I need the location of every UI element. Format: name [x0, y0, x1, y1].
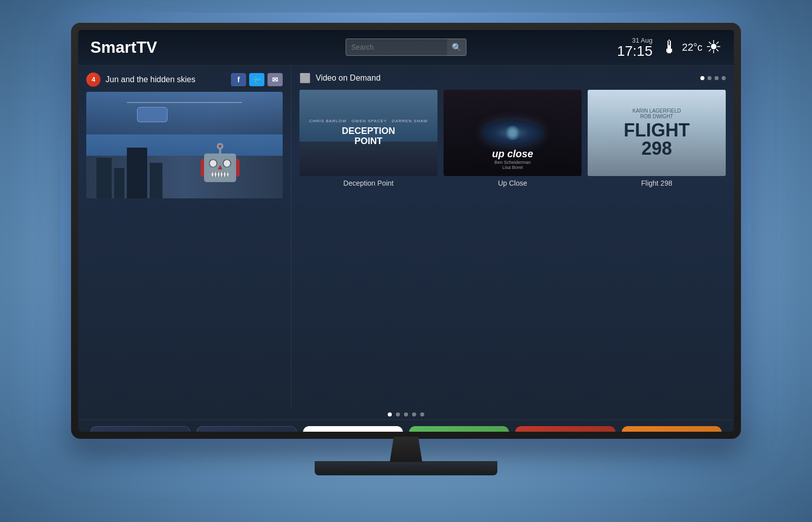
page-dot-4: [412, 412, 416, 416]
page-dot-2: [396, 412, 400, 416]
vod-item-deception-point[interactable]: CHRIS BARLOW GWEN SPACEY DARREN SHAW DEC…: [299, 90, 437, 187]
sun-icon: ☀: [705, 37, 722, 58]
apps-grid: App Gallery OnlineTV vimeo: [90, 426, 722, 432]
building-2: [114, 168, 124, 198]
show-title: Jun and the hidden skies: [106, 75, 195, 84]
vod-dot-3: [715, 76, 719, 80]
dp-label: Deception Point: [299, 179, 437, 187]
content-area: 4 Jun and the hidden skies f 🐦 ✉: [78, 65, 734, 409]
header-right: 31 Aug 17:15 🌡 22°c ☀: [511, 37, 722, 58]
uc-sub1: Ben Scheiderman: [494, 160, 531, 165]
facebook-button[interactable]: f: [231, 73, 246, 86]
date-time: 31 Aug 17:15: [617, 37, 653, 58]
page-dot-1: [388, 412, 392, 416]
temperature: 22°c: [682, 42, 702, 53]
vod-panel: ⬜ Video on Demand: [291, 65, 734, 409]
flight-title-text: FLIGHT298: [624, 121, 690, 158]
channel-badge: 4: [86, 73, 100, 87]
flight-authors: KARIN LAGERFIELDROB DWIGHT: [624, 108, 690, 119]
esporte-tile[interactable]: e+i esporteinterativo: [515, 426, 615, 432]
search-input[interactable]: [346, 39, 447, 56]
cable-wire: [127, 102, 242, 103]
date-display: 31 Aug: [617, 37, 653, 44]
social-icons: f 🐦 ✉: [231, 73, 283, 86]
search-button[interactable]: 🔍: [447, 39, 466, 56]
flight-overlay: KARIN LAGERFIELDROB DWIGHT FLIGHT298: [588, 90, 726, 176]
tv-base: [315, 461, 497, 475]
vod-title: Video on Demand: [316, 74, 381, 83]
vod-grid: CHRIS BARLOW GWEN SPACEY DARREN SHAW DEC…: [299, 90, 726, 187]
weather-icon: 🌡: [661, 37, 679, 58]
flight-label: Flight 298: [588, 179, 726, 187]
channel-title-bar: 4 Jun and the hidden skies f 🐦 ✉: [86, 73, 283, 87]
twitter-button[interactable]: 🐦: [249, 73, 264, 86]
vod-item-up-close[interactable]: up close Ben Scheiderman Lisa Boret Up C…: [444, 90, 582, 187]
ole-tile[interactable]: Olé: [409, 426, 509, 432]
deception-point-poster: CHRIS BARLOW GWEN SPACEY DARREN SHAW DEC…: [299, 90, 437, 176]
uc-sub2: Lisa Boret: [502, 165, 523, 170]
page-dot-5: [420, 412, 424, 416]
vod-dot-1: [700, 76, 704, 80]
tv-outer: SmartTV 🔍 31 Aug 17:15 🌡 22°c ☀: [61, 23, 751, 500]
video-preview[interactable]: 🤖: [86, 92, 283, 198]
tv-bezel: SmartTV 🔍 31 Aug 17:15 🌡 22°c ☀: [71, 23, 741, 439]
building-4: [150, 163, 162, 198]
vod-header: ⬜ Video on Demand: [299, 73, 726, 84]
uc-title: up close: [492, 148, 533, 160]
now-playing-panel: 4 Jun and the hidden skies f 🐦 ✉: [78, 65, 291, 409]
cable-car: [137, 107, 167, 122]
vod-icon: ⬜: [299, 73, 311, 84]
tv-neck: [386, 437, 426, 462]
apps-section: App Gallery OnlineTV vimeo: [78, 420, 734, 432]
building-1: [96, 158, 112, 198]
vod-pagination: [700, 76, 726, 80]
dp-text-overlay: CHRIS BARLOW GWEN SPACEY DARREN SHAW DEC…: [299, 90, 437, 176]
email-button[interactable]: ✉: [267, 73, 283, 86]
header: SmartTV 🔍 31 Aug 17:15 🌡 22°c ☀: [78, 30, 734, 65]
page-dots: [78, 409, 734, 420]
uc-label: Up Close: [444, 179, 582, 187]
uc-text-overlay: up close Ben Scheiderman Lisa Boret: [444, 90, 582, 176]
robot-figure: 🤖: [198, 142, 242, 183]
search-bar: 🔍: [301, 39, 512, 56]
page-dot-3: [404, 412, 408, 416]
dp-title: DECEPTIONPOINT: [342, 126, 395, 147]
vod-dot-4: [722, 76, 726, 80]
vod-dot-2: [707, 76, 712, 80]
flight-content: KARIN LAGERFIELDROB DWIGHT FLIGHT298: [624, 108, 690, 158]
flight-298-poster: KARIN LAGERFIELDROB DWIGHT FLIGHT298: [588, 90, 726, 176]
online-tv-tile[interactable]: OnlineTV: [196, 426, 296, 432]
time-display: 17:15: [617, 44, 653, 58]
weather-widget: 🌡 22°c ☀: [661, 37, 722, 58]
tv-screen: SmartTV 🔍 31 Aug 17:15 🌡 22°c ☀: [78, 30, 734, 432]
vod-item-flight-298[interactable]: KARIN LAGERFIELDROB DWIGHT FLIGHT298 Fli…: [588, 90, 726, 187]
brand-logo: SmartTV: [90, 38, 301, 57]
building-3: [127, 148, 147, 198]
vimeo-tile[interactable]: vimeo: [303, 426, 403, 432]
up-close-poster: up close Ben Scheiderman Lisa Boret: [444, 90, 582, 176]
app-gallery-tile[interactable]: App Gallery: [90, 426, 190, 432]
dp-authors: CHRIS BARLOW GWEN SPACEY DARREN SHAW: [309, 119, 428, 123]
terra-tile[interactable]: terra: [622, 426, 722, 432]
